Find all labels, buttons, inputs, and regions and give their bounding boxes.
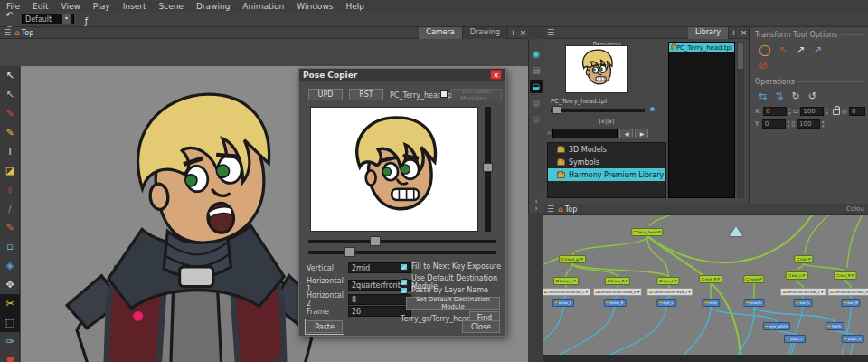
slider-handle[interactable] <box>483 163 493 172</box>
node-ear_l-p[interactable]: ear_L-P <box>786 272 808 280</box>
slider-handle[interactable] <box>370 236 381 246</box>
node-ear_l[interactable]: ear_L <box>794 299 813 307</box>
add-view-button[interactable]: + <box>508 28 518 37</box>
close-view-button[interactable]: × <box>739 28 749 37</box>
prev-result-button[interactable]: ◀ <box>619 129 633 138</box>
library-scrollbar[interactable] <box>737 42 744 198</box>
node-graph-canvas[interactable]: terry_head-Phead_gr-Pbrow_L-Pbrow_R-Peye… <box>543 215 868 355</box>
node-hair-p[interactable]: hair-P <box>794 255 813 263</box>
flip-vertical-icon[interactable]: ⇅ <box>775 90 783 102</box>
node-eye_r-p[interactable]: eye_R-P <box>699 275 722 283</box>
close-view-button[interactable]: × <box>518 28 528 37</box>
menu-item-help[interactable]: Help <box>339 2 371 11</box>
line-tool[interactable]: ∕ <box>0 199 20 218</box>
checkbox[interactable]: ✓ <box>401 263 408 271</box>
node-brow_l-p[interactable]: brow_L-P <box>553 277 579 285</box>
node-ear_r[interactable]: ear_R <box>841 299 860 307</box>
slider-handle[interactable] <box>552 106 561 114</box>
tab-library[interactable]: Library <box>688 27 729 39</box>
drawing-view-icon[interactable]: ▤ <box>530 63 543 77</box>
excluded-checkbox[interactable] <box>440 90 448 98</box>
node-mouth[interactable]: mouth <box>744 299 765 307</box>
snapping-disabled-icon[interactable]: ⊘ <box>759 59 768 71</box>
rotate-cw-icon[interactable]: ↻ <box>791 90 799 102</box>
tab-camera[interactable]: Camera <box>419 27 462 39</box>
node-pupil_l[interactable]: pupil_L <box>784 335 806 343</box>
scale-y-input[interactable]: 100 <box>797 119 820 129</box>
node-eye_l-p[interactable]: eye_L-P <box>656 277 679 285</box>
text-tool[interactable]: T <box>0 142 20 161</box>
node-teeth[interactable]: teeth <box>826 322 844 330</box>
checkbox[interactable]: ✓ <box>401 287 408 294</box>
horizontal-pose-slider-2[interactable] <box>308 251 496 254</box>
outline-view-icon[interactable]: ◎ <box>530 96 543 110</box>
select-drawing-icon[interactable]: ↖ <box>778 43 788 56</box>
library-tree-item[interactable]: 3D Models <box>548 143 665 156</box>
play-dot-icon[interactable] <box>650 107 655 111</box>
add-view-button[interactable]: + <box>729 28 739 37</box>
contour-editor-tool[interactable]: ◈ <box>0 256 20 275</box>
paint-tool[interactable]: ⬨ <box>0 180 20 199</box>
flip-horizontal-icon[interactable]: ⇆ <box>759 90 767 102</box>
node-ear_r-p[interactable]: ear_R-P <box>834 272 856 280</box>
slider-handle[interactable] <box>344 247 355 257</box>
preview-slider[interactable] <box>551 109 645 112</box>
render-view-icon[interactable]: ◎ <box>530 112 543 126</box>
node-brow_r[interactable]: brow_R <box>604 299 627 307</box>
vertical-pose-slider[interactable] <box>485 107 491 232</box>
menu-item-insert[interactable]: Insert <box>117 2 153 11</box>
rotate-ccw-icon[interactable]: ↺ <box>808 90 816 102</box>
menu-item-edit[interactable]: Edit <box>26 2 54 11</box>
select-arrow-icon[interactable]: ↗ <box>797 43 806 56</box>
paste-button[interactable]: Paste <box>307 320 343 333</box>
marquee-select-tool[interactable]: ⬚ <box>0 313 20 332</box>
node-head_gr-p[interactable]: head_gr-P <box>559 255 586 263</box>
rectangle-tool[interactable]: ▫ <box>0 237 20 256</box>
breadcrumb[interactable]: Top <box>22 29 34 37</box>
node-nose[interactable]: nose <box>702 299 720 307</box>
node-eye_white[interactable]: eye_white <box>763 322 790 330</box>
strip-scroll-arrows[interactable]: ‹› <box>534 198 537 213</box>
stroke-tool[interactable]: ✎ <box>0 218 20 237</box>
camera-view-icon[interactable]: ◉ <box>530 47 543 61</box>
select-tool[interactable]: ↖ <box>0 66 20 85</box>
search-input[interactable] <box>552 129 618 138</box>
eraser-tool[interactable]: ◪ <box>0 161 20 180</box>
menu-item-windows[interactable]: Windows <box>290 2 339 11</box>
node-eye_l[interactable]: eye_L <box>656 299 676 307</box>
field-input[interactable]: 8 <box>348 294 411 305</box>
node-deformation-ear_r[interactable]: Deformation-ear_R ▾ <box>827 288 868 296</box>
drag-tool[interactable]: ✥ <box>0 275 20 294</box>
cutter-tool[interactable]: ✂ <box>0 294 20 313</box>
menu-item-drawing[interactable]: Drawing <box>190 2 236 11</box>
scale-x-input[interactable]: 100 <box>800 107 824 116</box>
menu-item-scene[interactable]: Scene <box>152 2 189 11</box>
node-breadcrumb[interactable]: Top <box>565 205 578 214</box>
brush-tool[interactable]: ✎ <box>0 104 20 123</box>
dropper-tool[interactable]: ✑ <box>0 332 20 351</box>
node-deformation-brow_r[interactable]: Deformation-brow_R ▾ <box>593 288 642 296</box>
upd-button[interactable]: UPD <box>308 89 343 100</box>
transform-tool[interactable]: ↖ <box>0 85 20 104</box>
set-default-destination-button[interactable]: Set Default Destination Module <box>406 297 500 310</box>
library-tree-item[interactable]: Symbols <box>548 156 665 168</box>
tab-drawing[interactable]: Drawing <box>463 27 508 39</box>
node-brow_r-p[interactable]: brow_R-P <box>605 277 630 285</box>
checkbox[interactable]: ✓ <box>401 279 408 286</box>
horizontal-pose-slider-1[interactable] <box>308 240 496 243</box>
rst-button[interactable]: RST <box>349 89 383 100</box>
show-hide-icon[interactable]: ◒ <box>530 80 543 93</box>
menu-item-animation[interactable]: Animation <box>236 2 290 11</box>
lasso-icon[interactable]: ◯ <box>759 43 770 56</box>
node-deformation-eye_l[interactable]: Deformation-eye_L ▾ <box>646 288 693 296</box>
pencil-tool[interactable]: ✎ <box>0 123 20 142</box>
library-tree-item[interactable]: Harmony Premium Library <box>548 168 665 181</box>
panel-menu-icon[interactable]: ☰ <box>543 28 558 37</box>
library-list-item[interactable]: PC_Terry_head.tpl <box>669 43 734 52</box>
y-input[interactable]: 0 <box>762 119 786 129</box>
node-deformation-brow_l[interactable]: Deformation-brow_L ▾ <box>543 288 590 296</box>
node-brow_l[interactable]: brow_L <box>552 299 574 307</box>
close-icon[interactable]: ✕ <box>490 70 502 80</box>
panel-menu-icon[interactable]: ☰ <box>0 28 14 37</box>
panel-menu-icon[interactable]: ☰ <box>543 205 558 214</box>
